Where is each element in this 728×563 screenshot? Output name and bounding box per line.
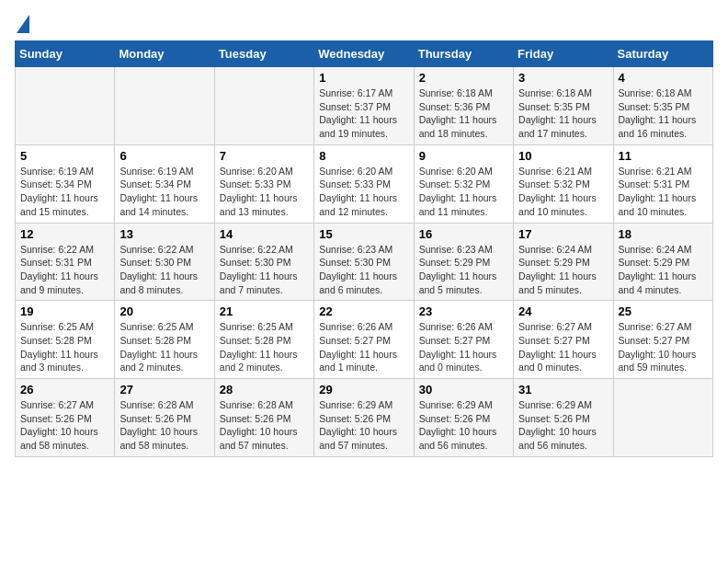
calendar-cell: 9Sunrise: 6:20 AMSunset: 5:32 PMDaylight… <box>414 144 513 223</box>
day-info: Sunrise: 6:19 AMSunset: 5:34 PMDaylight:… <box>119 165 209 219</box>
day-number: 9 <box>419 149 508 163</box>
day-number: 18 <box>619 227 708 241</box>
day-info: Sunrise: 6:18 AMSunset: 5:35 PMDaylight:… <box>619 86 708 141</box>
days-header-row: SundayMondayTuesdayWednesdayThursdayFrid… <box>16 41 713 67</box>
day-number: 8 <box>319 149 408 163</box>
calendar-cell: 12Sunrise: 6:22 AMSunset: 5:31 PMDayligh… <box>16 223 115 301</box>
calendar-cell: 25Sunrise: 6:27 AMSunset: 5:27 PMDayligh… <box>613 301 712 379</box>
calendar-cell: 22Sunrise: 6:26 AMSunset: 5:27 PMDayligh… <box>314 301 414 379</box>
calendar-cell: 3Sunrise: 6:18 AMSunset: 5:35 PMDaylight… <box>514 67 613 145</box>
day-number: 26 <box>20 383 109 396</box>
calendar-cell: 2Sunrise: 6:18 AMSunset: 5:36 PMDaylight… <box>414 67 513 145</box>
calendar-table: SundayMondayTuesdayWednesdayThursdayFrid… <box>15 40 713 457</box>
calendar-cell: 28Sunrise: 6:28 AMSunset: 5:26 PMDayligh… <box>214 379 313 457</box>
day-info: Sunrise: 6:22 AMSunset: 5:31 PMDaylight:… <box>20 243 109 297</box>
logo <box>15 15 29 33</box>
day-info: Sunrise: 6:27 AMSunset: 5:27 PMDaylight:… <box>518 320 608 374</box>
day-info: Sunrise: 6:19 AMSunset: 5:34 PMDaylight:… <box>20 165 109 219</box>
day-info: Sunrise: 6:23 AMSunset: 5:30 PMDaylight:… <box>319 243 408 297</box>
day-header-monday: Monday <box>115 41 214 67</box>
calendar-cell: 4Sunrise: 6:18 AMSunset: 5:35 PMDaylight… <box>613 67 712 145</box>
week-row-2: 5Sunrise: 6:19 AMSunset: 5:34 PMDaylight… <box>16 144 713 223</box>
day-number: 7 <box>220 149 309 163</box>
day-info: Sunrise: 6:20 AMSunset: 5:32 PMDaylight:… <box>419 165 508 219</box>
week-row-4: 19Sunrise: 6:25 AMSunset: 5:28 PMDayligh… <box>16 301 713 379</box>
day-number: 16 <box>419 227 508 241</box>
day-info: Sunrise: 6:24 AMSunset: 5:29 PMDaylight:… <box>518 243 608 297</box>
calendar-cell: 7Sunrise: 6:20 AMSunset: 5:33 PMDaylight… <box>214 144 313 223</box>
week-row-1: 1Sunrise: 6:17 AMSunset: 5:37 PMDaylight… <box>16 67 713 145</box>
day-info: Sunrise: 6:27 AMSunset: 5:26 PMDaylight:… <box>20 398 109 453</box>
day-info: Sunrise: 6:26 AMSunset: 5:27 PMDaylight:… <box>419 320 508 374</box>
calendar-cell: 30Sunrise: 6:29 AMSunset: 5:26 PMDayligh… <box>414 379 513 457</box>
day-number: 3 <box>518 71 608 85</box>
day-info: Sunrise: 6:21 AMSunset: 5:31 PMDaylight:… <box>619 165 708 219</box>
day-info: Sunrise: 6:18 AMSunset: 5:36 PMDaylight:… <box>419 86 508 141</box>
day-number: 11 <box>619 149 708 163</box>
day-number: 19 <box>20 304 109 318</box>
day-header-sunday: Sunday <box>16 41 115 67</box>
calendar-cell: 11Sunrise: 6:21 AMSunset: 5:31 PMDayligh… <box>613 144 712 223</box>
day-number: 1 <box>319 71 408 85</box>
calendar-cell: 31Sunrise: 6:29 AMSunset: 5:26 PMDayligh… <box>514 379 613 457</box>
day-header-friday: Friday <box>514 41 613 67</box>
day-number: 17 <box>518 227 608 241</box>
day-header-wednesday: Wednesday <box>314 41 414 67</box>
day-number: 15 <box>319 227 408 241</box>
day-info: Sunrise: 6:18 AMSunset: 5:35 PMDaylight:… <box>518 86 608 141</box>
calendar-cell: 10Sunrise: 6:21 AMSunset: 5:32 PMDayligh… <box>514 144 613 223</box>
day-info: Sunrise: 6:25 AMSunset: 5:28 PMDaylight:… <box>20 320 109 374</box>
day-info: Sunrise: 6:21 AMSunset: 5:32 PMDaylight:… <box>518 165 608 219</box>
day-info: Sunrise: 6:20 AMSunset: 5:33 PMDaylight:… <box>220 165 309 219</box>
calendar-cell: 20Sunrise: 6:25 AMSunset: 5:28 PMDayligh… <box>115 301 214 379</box>
week-row-5: 26Sunrise: 6:27 AMSunset: 5:26 PMDayligh… <box>16 379 713 457</box>
calendar-cell: 21Sunrise: 6:25 AMSunset: 5:28 PMDayligh… <box>214 301 313 379</box>
day-number: 12 <box>20 227 109 241</box>
day-number: 31 <box>518 383 608 396</box>
calendar-cell <box>214 67 313 145</box>
calendar-cell: 26Sunrise: 6:27 AMSunset: 5:26 PMDayligh… <box>16 379 115 457</box>
svg-marker-0 <box>17 15 29 33</box>
day-number: 4 <box>619 71 708 85</box>
day-number: 13 <box>119 227 209 241</box>
day-info: Sunrise: 6:22 AMSunset: 5:30 PMDaylight:… <box>119 243 209 297</box>
day-info: Sunrise: 6:27 AMSunset: 5:27 PMDaylight:… <box>619 320 708 374</box>
day-number: 27 <box>119 383 209 396</box>
day-info: Sunrise: 6:29 AMSunset: 5:26 PMDaylight:… <box>419 398 508 453</box>
day-number: 14 <box>220 227 309 241</box>
day-info: Sunrise: 6:20 AMSunset: 5:33 PMDaylight:… <box>319 165 408 219</box>
calendar-cell <box>115 67 214 145</box>
calendar-cell: 19Sunrise: 6:25 AMSunset: 5:28 PMDayligh… <box>16 301 115 379</box>
calendar-cell: 27Sunrise: 6:28 AMSunset: 5:26 PMDayligh… <box>115 379 214 457</box>
day-info: Sunrise: 6:22 AMSunset: 5:30 PMDaylight:… <box>220 243 309 297</box>
calendar-cell: 18Sunrise: 6:24 AMSunset: 5:29 PMDayligh… <box>613 223 712 301</box>
calendar-cell: 15Sunrise: 6:23 AMSunset: 5:30 PMDayligh… <box>314 223 414 301</box>
day-header-tuesday: Tuesday <box>214 41 313 67</box>
day-info: Sunrise: 6:23 AMSunset: 5:29 PMDaylight:… <box>419 243 508 297</box>
page-header <box>15 15 713 33</box>
calendar-cell: 16Sunrise: 6:23 AMSunset: 5:29 PMDayligh… <box>414 223 513 301</box>
day-info: Sunrise: 6:17 AMSunset: 5:37 PMDaylight:… <box>319 86 408 141</box>
calendar-cell: 17Sunrise: 6:24 AMSunset: 5:29 PMDayligh… <box>514 223 613 301</box>
day-info: Sunrise: 6:24 AMSunset: 5:29 PMDaylight:… <box>619 243 708 297</box>
day-number: 21 <box>220 304 309 318</box>
day-info: Sunrise: 6:25 AMSunset: 5:28 PMDaylight:… <box>220 320 309 374</box>
calendar-cell: 24Sunrise: 6:27 AMSunset: 5:27 PMDayligh… <box>514 301 613 379</box>
calendar-cell: 8Sunrise: 6:20 AMSunset: 5:33 PMDaylight… <box>314 144 414 223</box>
calendar-cell: 14Sunrise: 6:22 AMSunset: 5:30 PMDayligh… <box>214 223 313 301</box>
day-info: Sunrise: 6:26 AMSunset: 5:27 PMDaylight:… <box>319 320 408 374</box>
day-info: Sunrise: 6:28 AMSunset: 5:26 PMDaylight:… <box>220 398 309 453</box>
calendar-cell <box>16 67 115 145</box>
week-row-3: 12Sunrise: 6:22 AMSunset: 5:31 PMDayligh… <box>16 223 713 301</box>
day-info: Sunrise: 6:29 AMSunset: 5:26 PMDaylight:… <box>518 398 608 453</box>
day-info: Sunrise: 6:29 AMSunset: 5:26 PMDaylight:… <box>319 398 408 453</box>
day-number: 29 <box>319 383 408 396</box>
day-number: 23 <box>419 304 508 318</box>
day-number: 22 <box>319 304 408 318</box>
day-info: Sunrise: 6:28 AMSunset: 5:26 PMDaylight:… <box>119 398 209 453</box>
calendar-cell: 1Sunrise: 6:17 AMSunset: 5:37 PMDaylight… <box>314 67 414 145</box>
day-number: 6 <box>119 149 209 163</box>
day-number: 30 <box>419 383 508 396</box>
day-number: 28 <box>220 383 309 396</box>
day-info: Sunrise: 6:25 AMSunset: 5:28 PMDaylight:… <box>119 320 209 374</box>
